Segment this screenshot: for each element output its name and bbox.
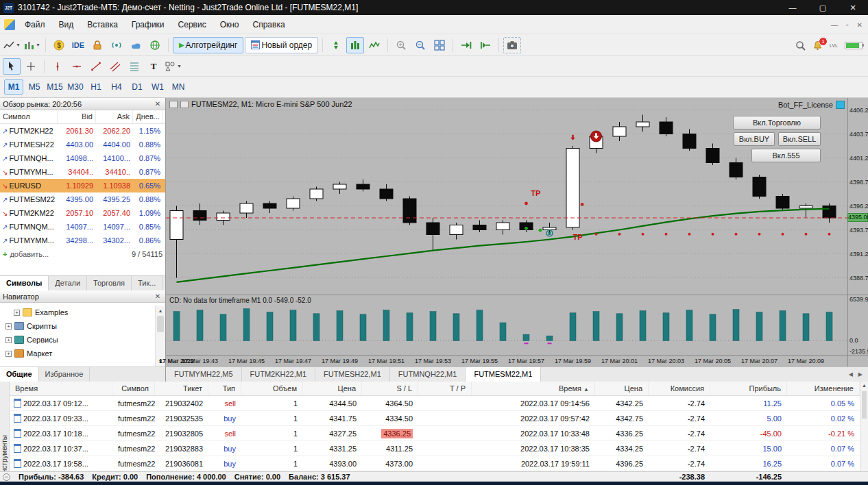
text-tool-button[interactable]: T <box>145 58 162 75</box>
mw-column-2[interactable]: Ask <box>96 110 133 123</box>
indicator-axis[interactable]: 6539.90.0-2135.9 <box>847 295 868 355</box>
mdi-restore-icon[interactable]: ▫ <box>846 21 849 29</box>
market-watch-row[interactable]: ↗FUTMESH224403.004404.000.88% <box>0 138 165 151</box>
mw-tab-Детали[interactable]: Детали <box>49 276 87 290</box>
timeframe-M1[interactable]: M1 <box>4 79 23 95</box>
trade-row[interactable]: 2022.03.17 09:33...futmesm22219032535buy… <box>10 411 860 426</box>
chart-list-icon[interactable] <box>169 101 178 108</box>
trade-column-3[interactable]: Тип <box>208 382 241 395</box>
mdi-close-icon[interactable]: ✕ <box>857 21 863 29</box>
scroll-up-icon[interactable]: ▲ <box>156 306 165 316</box>
chart-tab-FUTMYMH22,M5[interactable]: FUTMYMH22,M5 <box>166 367 242 382</box>
trade-row[interactable]: 2022.03.17 10:18...futmesm22219032805sel… <box>10 426 860 441</box>
chart-tab-FUTM2KH22,M1[interactable]: FUTM2KH22,M1 <box>242 367 316 382</box>
menu-Справка[interactable]: Справка <box>246 16 292 34</box>
timeframe-H1[interactable]: H1 <box>86 79 106 95</box>
trade-column-8[interactable]: Время ▲ <box>472 382 595 395</box>
expand-icon[interactable]: + <box>14 310 20 316</box>
menu-Вид[interactable]: Вид <box>52 16 81 34</box>
hosting-cloud-icon[interactable] <box>127 37 145 53</box>
market-watch-row[interactable]: ↘FUTM2KM222057.102057.401.09% <box>0 206 165 220</box>
nav-tab-Избранное[interactable]: Избранное <box>39 367 91 382</box>
market-watch-row[interactable]: ↘EURUSD1.109291.109380.65% <box>0 179 165 192</box>
enable-555-button[interactable]: Вкл.555 <box>751 149 821 162</box>
trade-column-10[interactable]: Комиссия <box>649 382 710 395</box>
trade-column-12[interactable]: Изменение <box>787 382 860 395</box>
add-symbol-row[interactable]: + добавить... 9 / 54115 <box>0 247 165 261</box>
horizontal-line-tool-button[interactable] <box>68 58 86 75</box>
expand-icon[interactable]: + <box>5 351 12 357</box>
trade-column-6[interactable]: S / L <box>362 382 418 395</box>
search-icon[interactable] <box>795 40 806 51</box>
timeframe-M5[interactable]: M5 <box>25 79 44 95</box>
toolbox-side-strip[interactable]: Инструменты <box>0 382 10 482</box>
expand-icon[interactable]: + <box>5 323 12 329</box>
trade-column-2[interactable]: Тикет <box>155 382 208 395</box>
tree-item-Скрипты[interactable]: +Скрипты <box>0 319 165 333</box>
trade-row[interactable]: 2022.03.17 10:37...futmesm22219032883buy… <box>10 441 860 456</box>
signals-icon[interactable] <box>108 37 125 53</box>
trade-row[interactable]: 2022.03.17 19:58...futmesm22219036081buy… <box>10 456 860 471</box>
chart-shift-button[interactable] <box>477 37 494 53</box>
ide-button[interactable]: IDE <box>69 37 87 53</box>
chart-grid-icon[interactable] <box>180 101 189 108</box>
market-lock-icon[interactable] <box>88 37 106 53</box>
tick-chart-icon[interactable] <box>365 37 383 53</box>
trendline-tool-button[interactable] <box>87 58 105 75</box>
timeframe-M30[interactable]: M30 <box>66 79 85 95</box>
trade-column-5[interactable]: Цена <box>303 382 362 395</box>
tree-item-Examples[interactable]: +Examples <box>0 306 165 319</box>
chart-tab-FUTMESH22,M1[interactable]: FUTMESH22,M1 <box>315 367 390 382</box>
market-watch-row[interactable]: ↗FUTMNQH...14098...14100...0.87% <box>0 151 165 165</box>
menu-Сервис[interactable]: Сервис <box>171 16 213 34</box>
auto-scroll-button[interactable] <box>457 37 475 53</box>
tree-item-Сервисы[interactable]: +Сервисы <box>0 333 165 347</box>
vertical-line-tool-button[interactable] <box>49 58 67 75</box>
mw-column-0[interactable]: Символ <box>0 110 58 123</box>
tab-scroll-right-icon[interactable]: ▶ <box>858 371 863 377</box>
enable-sell-button[interactable]: Вкл.SELL <box>778 132 821 146</box>
mw-tab-Тик...[interactable]: Тик... <box>132 276 162 290</box>
close-icon[interactable]: ✕ <box>153 100 162 108</box>
shapes-tool-button[interactable]: ▼ <box>164 58 182 75</box>
community-globe-icon[interactable] <box>146 37 164 53</box>
chart-profile-button[interactable]: ▼ <box>23 37 41 53</box>
chart-tab-FUTMNQH22,M1[interactable]: FUTMNQH22,M1 <box>390 367 466 382</box>
nav-tab-Общие[interactable]: Общие <box>0 367 39 382</box>
mw-column-3[interactable]: Днев... <box>133 110 163 123</box>
market-watch-row[interactable]: ↗FUTMESM224395.004395.250.88% <box>0 192 165 206</box>
trade-column-1[interactable]: Символ <box>112 382 155 395</box>
depth-of-market-button[interactable] <box>346 37 364 53</box>
market-watch-row[interactable]: ↗FUTMNQM...14097...14097...0.85% <box>0 220 165 234</box>
maximize-button[interactable]: ▢ <box>808 0 838 15</box>
scroll-up-icon[interactable]: ▲ <box>860 382 868 390</box>
menu-Вставка[interactable]: Вставка <box>80 16 125 34</box>
trade-column-9[interactable]: Цена <box>595 382 649 395</box>
zoom-in-button[interactable] <box>392 37 410 53</box>
channel-tool-button[interactable] <box>106 58 124 75</box>
trade-table-scrollbar[interactable]: ▲ <box>860 382 868 471</box>
close-button[interactable]: ✕ <box>838 0 868 15</box>
scroll-thumb[interactable] <box>862 391 867 419</box>
algotrading-button[interactable]: ▶Алготрейдинг <box>173 37 244 53</box>
tree-item-Маркет[interactable]: +Маркет <box>0 347 165 360</box>
trade-column-11[interactable]: Прибыль <box>710 382 787 395</box>
tile-windows-button[interactable] <box>431 37 448 53</box>
chart-type-button[interactable]: ▼ <box>3 37 21 53</box>
updown-arrows-icon[interactable] <box>327 37 345 53</box>
minimize-button[interactable]: — <box>777 0 808 15</box>
market-watch-row[interactable]: ↗FUTMYMM...34298...34302...0.86% <box>0 234 165 247</box>
mw-tab-Символы[interactable]: Символы <box>0 276 49 290</box>
dollar-button[interactable]: $ <box>50 37 68 53</box>
market-watch-row[interactable]: ↘FUTMYMH...34404..34410..0.87% <box>0 165 165 179</box>
trade-row[interactable]: 2022.03.17 09:12...futmesm22219032402sel… <box>10 396 860 411</box>
price-axis[interactable]: 4406.254403.754401.254398.754396.254393.… <box>847 98 868 295</box>
zoom-out-button[interactable] <box>411 37 429 53</box>
trade-column-0[interactable]: Время <box>10 382 112 395</box>
menu-Графики[interactable]: Графики <box>125 16 171 34</box>
menu-Окно[interactable]: Окно <box>213 16 246 34</box>
timeframe-M15[interactable]: M15 <box>45 79 64 95</box>
close-icon[interactable]: ✕ <box>153 293 162 300</box>
timeframe-H4[interactable]: H4 <box>107 79 126 95</box>
timeframe-W1[interactable]: W1 <box>148 79 167 95</box>
